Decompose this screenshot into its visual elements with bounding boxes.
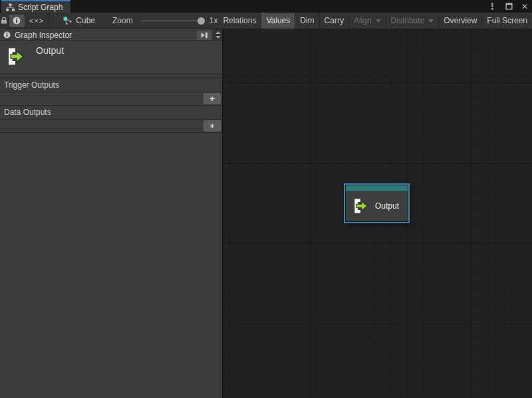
node-body: Output bbox=[346, 191, 408, 221]
zoom-slider-handle[interactable] bbox=[198, 17, 205, 25]
chevron-down-icon bbox=[428, 19, 434, 23]
overflow-menu-icon[interactable]: ⋮ bbox=[488, 2, 497, 11]
plus-icon: + bbox=[209, 122, 215, 130]
inspector-empty-area bbox=[0, 133, 222, 398]
node-title: Output bbox=[375, 201, 399, 211]
trigger-outputs-list: + bbox=[0, 92, 222, 106]
script-graph-window: Script Graph ⋮ ✕ bbox=[0, 0, 532, 398]
graph-glyph-icon bbox=[63, 17, 72, 25]
toolbar-button-values[interactable]: Values bbox=[261, 13, 295, 29]
scroll-up-icon[interactable] bbox=[215, 31, 221, 34]
info-icon bbox=[3, 31, 11, 39]
dock-sidebar-button[interactable] bbox=[197, 31, 211, 40]
data-outputs-add-button[interactable]: + bbox=[203, 120, 221, 132]
zoom-control: Zoom 1x bbox=[112, 13, 217, 29]
toolbar-button-distribute[interactable]: Distribute bbox=[386, 13, 439, 29]
info-icon bbox=[13, 17, 21, 25]
output-node[interactable]: Output bbox=[345, 185, 408, 222]
data-outputs-list: + bbox=[0, 119, 222, 133]
maximize-icon[interactable] bbox=[505, 3, 513, 10]
dock-right-icon bbox=[200, 32, 208, 39]
toolbar: <×> Cube Zoom 1x Relations Values Dim Ca… bbox=[0, 13, 532, 29]
graph-canvas[interactable]: Output bbox=[223, 29, 532, 398]
panel-scroll-spinner[interactable] bbox=[213, 29, 222, 41]
scroll-down-icon[interactable] bbox=[215, 36, 221, 39]
lock-icon bbox=[0, 17, 8, 25]
toolbar-button-relations[interactable]: Relations bbox=[217, 13, 261, 29]
trigger-outputs-add-button[interactable]: + bbox=[203, 93, 221, 104]
section-data-outputs-label: Data Outputs bbox=[0, 106, 222, 119]
output-unit-icon bbox=[352, 197, 369, 215]
zoom-slider[interactable] bbox=[141, 21, 202, 21]
unit-header-substrip bbox=[0, 73, 222, 78]
toolbar-button-dim[interactable]: Dim bbox=[295, 13, 319, 29]
toolbar-button-carry[interactable]: Carry bbox=[319, 13, 348, 29]
graph-inspector-panel: Graph Inspector Output bbox=[0, 29, 223, 398]
zoom-value: 1x bbox=[209, 16, 218, 25]
node-selection-header bbox=[346, 185, 408, 191]
window-body: Graph Inspector Output bbox=[0, 29, 532, 398]
tab-bar: Script Graph ⋮ ✕ bbox=[0, 0, 532, 13]
inspector-header: Graph Inspector bbox=[0, 29, 222, 41]
toolbar-button-overview[interactable]: Overview bbox=[438, 13, 481, 29]
section-trigger-outputs-label: Trigger Outputs bbox=[0, 78, 222, 92]
plus-icon: + bbox=[209, 94, 215, 103]
graph-breadcrumb[interactable]: Cube bbox=[49, 13, 95, 29]
window-controls: ⋮ ✕ bbox=[488, 0, 528, 13]
inspector-title: Graph Inspector bbox=[15, 31, 72, 40]
toolbar-right-group: Relations Values Dim Carry Align Distrib… bbox=[217, 13, 532, 29]
selected-unit-header: Output bbox=[0, 41, 222, 73]
graph-name: Cube bbox=[76, 16, 95, 25]
lock-button[interactable] bbox=[0, 13, 8, 29]
tab-script-graph[interactable]: Script Graph bbox=[1, 0, 70, 13]
zoom-label: Zoom bbox=[112, 16, 133, 25]
chevron-down-icon bbox=[376, 19, 381, 23]
inspector-toggle-button[interactable] bbox=[9, 13, 25, 29]
code-preview-button[interactable]: <×> bbox=[25, 13, 49, 29]
tab-title: Script Graph bbox=[18, 3, 63, 12]
unit-title: Output bbox=[36, 45, 64, 56]
toolbar-button-align[interactable]: Align bbox=[348, 13, 386, 29]
toolbar-button-full-screen[interactable]: Full Screen bbox=[481, 13, 532, 29]
code-icon: <×> bbox=[29, 17, 44, 25]
graph-hierarchy-icon bbox=[6, 3, 15, 11]
close-icon[interactable]: ✕ bbox=[521, 3, 528, 11]
output-unit-icon bbox=[5, 47, 25, 66]
